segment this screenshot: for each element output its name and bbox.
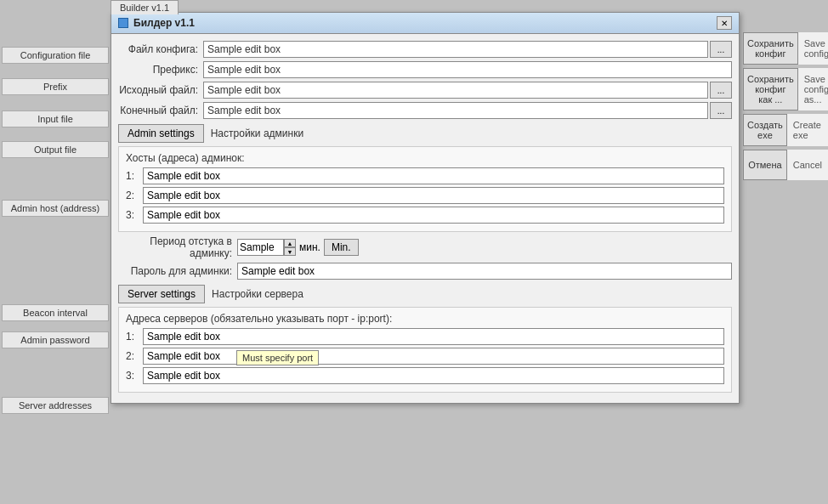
admin-password-row: Пароль для админки:	[118, 263, 732, 280]
left-output-file-label[interactable]: Output file	[2, 141, 109, 160]
spinner-down-button[interactable]: ▼	[284, 247, 296, 256]
server-input-2[interactable]	[143, 348, 724, 365]
server-addresses-section: Адреса серверов (обязательно указывать п…	[118, 307, 732, 393]
server-settings-title-ru: Настройки сервера	[212, 288, 303, 300]
config-file-label: Файл конфига:	[118, 43, 203, 55]
save-config-as-group: Сохранить конфиг как ... Save config as.…	[743, 68, 828, 110]
host-input-3[interactable]	[143, 207, 724, 224]
host-num-3: 3:	[126, 209, 143, 221]
server-row-2: 2:	[126, 348, 724, 365]
left-input-file-label[interactable]: Input file	[2, 110, 109, 129]
host-num-1: 1:	[126, 170, 143, 182]
left-server-addresses-label[interactable]: Server addresses	[2, 397, 109, 416]
host-row-1: 1:	[126, 167, 724, 184]
input-file-row: Исходный файл: ...	[118, 82, 732, 99]
admin-hosts-title: Хосты (адреса) админок:	[126, 152, 724, 164]
server-addresses-title: Адреса серверов (обязательно указывать п…	[126, 313, 724, 325]
prefix-input[interactable]	[203, 61, 732, 78]
config-file-row: Файл конфига: ...	[118, 41, 732, 58]
admin-settings-header: Admin settings Настройки админки	[118, 124, 732, 143]
output-browse-button[interactable]: ...	[710, 102, 732, 119]
host-input-2[interactable]	[143, 187, 724, 204]
admin-settings-button[interactable]: Admin settings	[118, 124, 204, 143]
cancel-group: Отмена Cancel	[743, 150, 828, 180]
beacon-min-button[interactable]: Min.	[324, 239, 359, 256]
save-config-as-en-label: Save config as...	[798, 68, 828, 110]
right-sidebar: Сохранить конфиг Save config Сохранить к…	[743, 12, 828, 180]
admin-settings-title-ru: Настройки админки	[211, 127, 303, 139]
server-row-3: 3:	[126, 367, 724, 384]
beacon-row: Период отстука в админку: ▲ ▼ мин. Min.	[118, 235, 732, 259]
left-admin-host-label[interactable]: Admin host (address)	[2, 200, 109, 218]
save-config-as-ru-button[interactable]: Сохранить конфиг как ...	[743, 68, 798, 110]
prefix-label: Префикс:	[118, 64, 203, 76]
output-file-row: Конечный файл: ...	[118, 102, 732, 119]
create-exe-group: Создать exe Create exe	[743, 114, 828, 146]
input-file-label: Исходный файл:	[118, 84, 203, 96]
close-button[interactable]: ✕	[717, 16, 732, 30]
server-settings-header: Server settings Настройки сервера	[118, 285, 732, 303]
save-config-ru-button[interactable]: Сохранить конфиг	[743, 32, 798, 65]
prefix-row: Префикс:	[118, 61, 732, 78]
left-config-file-label[interactable]: Configuration file	[2, 47, 109, 65]
input-file-input[interactable]	[203, 82, 708, 99]
input-browse-button[interactable]: ...	[710, 82, 732, 99]
left-beacon-label[interactable]: Beacon interval	[2, 304, 109, 323]
create-exe-ru-button[interactable]: Создать exe	[743, 114, 787, 146]
left-labels	[0, 12, 109, 80]
config-browse-button[interactable]: ...	[710, 41, 732, 58]
server-input-1[interactable]	[143, 328, 724, 345]
server-num-2: 2:	[126, 350, 143, 362]
server-num-1: 1:	[126, 331, 143, 343]
left-admin-password-label[interactable]: Admin password	[2, 331, 109, 350]
output-file-input[interactable]	[203, 102, 708, 119]
window-body: Файл конфига: ... Префикс: Исходный файл…	[111, 34, 739, 403]
host-row-3: 3:	[126, 207, 724, 224]
admin-password-label: Пароль для админки:	[118, 265, 237, 277]
title-bar-left: Билдер v1.1	[118, 17, 195, 29]
config-file-input[interactable]	[203, 41, 708, 58]
host-num-2: 2:	[126, 190, 143, 201]
save-config-en-label: Save config	[798, 32, 828, 65]
server-num-3: 3:	[126, 370, 143, 382]
tooltip-must-specify-port: Must specify port	[236, 350, 319, 365]
server-row-1: 1: Must specify port	[126, 328, 724, 345]
left-prefix-label[interactable]: Prefix	[2, 78, 109, 97]
admin-password-input[interactable]	[237, 263, 732, 280]
beacon-input[interactable]	[237, 239, 284, 256]
output-file-label: Конечный файл:	[118, 105, 203, 116]
main-window: Билдер v1.1 ✕ Файл конфига: ... Префикс:…	[111, 12, 740, 404]
admin-hosts-section: Хосты (адреса) админок: 1: 2: 3:	[118, 146, 732, 232]
spinner-up-button[interactable]: ▲	[284, 239, 296, 247]
taskbar-title: Builder v1.1	[120, 3, 169, 13]
beacon-spinner: ▲ ▼	[237, 239, 296, 256]
beacon-unit-label: мин.	[299, 241, 320, 253]
server-input-3[interactable]	[143, 367, 724, 384]
cancel-en-label: Cancel	[787, 150, 828, 180]
taskbar-tab[interactable]: Builder v1.1	[111, 0, 179, 14]
create-exe-en-label: Create exe	[787, 114, 828, 146]
window-icon	[118, 18, 128, 28]
beacon-period-label: Период отстука в админку:	[118, 235, 237, 259]
server-settings-button[interactable]: Server settings	[118, 285, 205, 303]
host-input-1[interactable]	[143, 167, 724, 184]
cancel-ru-button[interactable]: Отмена	[743, 150, 787, 180]
title-bar: Билдер v1.1 ✕	[111, 13, 739, 34]
window-title: Билдер v1.1	[133, 17, 195, 29]
spinner-buttons: ▲ ▼	[284, 239, 296, 256]
save-config-group: Сохранить конфиг Save config	[743, 32, 828, 65]
host-row-2: 2:	[126, 187, 724, 204]
